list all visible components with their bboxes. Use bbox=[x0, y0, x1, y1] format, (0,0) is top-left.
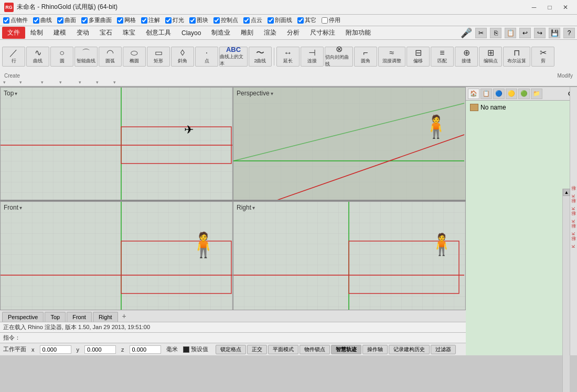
cb-controlpoints[interactable]: 控制点 bbox=[213, 16, 238, 24]
tab-perspective[interactable]: Perspective bbox=[2, 312, 44, 322]
btn-filter[interactable]: 过滤器 bbox=[431, 345, 456, 354]
menu-file[interactable]: 文件 bbox=[2, 27, 25, 39]
cb-lights[interactable]: 灯光 bbox=[165, 16, 184, 24]
cb-clipping[interactable]: 剖面线 bbox=[268, 16, 292, 24]
cb-pointcloud[interactable]: 点云 bbox=[243, 16, 262, 24]
menu-sculpt[interactable]: 雕刻 bbox=[236, 27, 259, 39]
viewport-right-label[interactable]: Right ▾ bbox=[237, 204, 255, 211]
y-coord-field[interactable] bbox=[84, 345, 116, 354]
z-coord-field[interactable] bbox=[130, 345, 161, 354]
menu-analysis[interactable]: 分析 bbox=[282, 27, 305, 39]
tab-add-button[interactable]: + bbox=[119, 310, 130, 322]
btn-closecurve[interactable]: ⊗切向封闭曲线 bbox=[325, 47, 353, 67]
tab-top[interactable]: Top bbox=[45, 312, 66, 322]
paste-icon[interactable]: 📋 bbox=[505, 28, 516, 38]
btn-circle[interactable]: ○圆 bbox=[50, 47, 73, 67]
layer-no-name[interactable]: No name bbox=[468, 103, 575, 112]
viewport-top-label[interactable]: Top ▾ bbox=[4, 90, 17, 97]
menu-build[interactable]: 建模 bbox=[48, 27, 71, 39]
viewport-top[interactable]: Top ▾ bbox=[0, 87, 233, 200]
rp-tab-blue[interactable]: 🔵 bbox=[493, 89, 505, 99]
rp-tab-layers[interactable]: 📋 bbox=[480, 89, 492, 99]
dropdown-arrow-7[interactable]: ▾ bbox=[106, 80, 123, 85]
btn-connect[interactable]: ⊣连接 bbox=[301, 47, 324, 67]
tab-right[interactable]: Right bbox=[93, 312, 118, 322]
btn-lockgrid[interactable]: 锁定格点 bbox=[216, 345, 246, 354]
menu-jewelry[interactable]: 珠宝 bbox=[117, 27, 141, 39]
viewport-perspective[interactable]: Perspective ▾ 🧍 bbox=[233, 87, 466, 200]
btn-match[interactable]: ≡匹配 bbox=[431, 47, 454, 67]
cb-points[interactable]: 点物件 bbox=[3, 16, 28, 24]
menu-manufacture[interactable]: 制造业 bbox=[206, 27, 236, 39]
cb-mesh[interactable]: 网格 bbox=[117, 16, 136, 24]
btn-osnap[interactable]: 物件锁点 bbox=[300, 345, 330, 354]
btn-2dcurve[interactable]: 〜2曲线 bbox=[249, 47, 272, 67]
dropdown-arrow-6[interactable]: ▾ bbox=[90, 80, 105, 85]
cb-polysurfaces[interactable]: 多重曲面 bbox=[81, 16, 112, 24]
right-scrollbar[interactable]: ▲ ▼ bbox=[562, 189, 570, 392]
viewport-front[interactable]: Front ▾ 🧍 bbox=[0, 201, 233, 310]
rp-tab-folder[interactable]: 📁 bbox=[531, 89, 542, 99]
copy-icon[interactable]: ⎘ bbox=[490, 28, 501, 38]
undo-icon[interactable]: ↩ bbox=[519, 28, 531, 38]
cb-blocks[interactable]: 图块 bbox=[189, 16, 208, 24]
btn-planar[interactable]: 平面模式 bbox=[268, 345, 298, 354]
menu-clayoo[interactable]: Clayoo bbox=[176, 28, 206, 38]
btn-trim[interactable]: ✂剪 bbox=[531, 47, 554, 67]
btn-offset[interactable]: ⊟偏移 bbox=[407, 47, 430, 67]
close-button[interactable]: ✕ bbox=[558, 2, 573, 13]
btn-bevel[interactable]: ◊斜角 bbox=[171, 47, 194, 67]
menu-addons[interactable]: 附加功能 bbox=[340, 27, 376, 39]
cb-surfaces[interactable]: 曲面 bbox=[57, 16, 76, 24]
btn-blend[interactable]: ≈混接调整 bbox=[378, 47, 405, 67]
menu-creative[interactable]: 创意工具 bbox=[141, 27, 176, 39]
preset-item[interactable]: 预设值 bbox=[183, 345, 208, 353]
viewport-right[interactable]: Right ▾ 🧍 bbox=[233, 201, 466, 310]
btn-ellipse[interactable]: ⬭椭圆 bbox=[123, 47, 146, 67]
viewport-perspective-label[interactable]: Perspective ▾ bbox=[237, 90, 273, 97]
btn-arc[interactable]: ◠圆弧 bbox=[99, 47, 122, 67]
btn-rect[interactable]: ▭矩形 bbox=[147, 47, 170, 67]
btn-smarttrack[interactable]: 智慧轨迹 bbox=[331, 345, 361, 354]
btn-editpts[interactable]: ⊞编辑点 bbox=[479, 47, 502, 67]
menu-draw[interactable]: 绘制 bbox=[25, 27, 48, 39]
x-coord-field[interactable] bbox=[40, 345, 71, 354]
help-icon[interactable]: ? bbox=[563, 28, 575, 38]
menu-render[interactable]: 渲染 bbox=[259, 27, 282, 39]
cb-curves[interactable]: 曲线 bbox=[33, 16, 52, 24]
btn-join[interactable]: ⊕接缝 bbox=[455, 47, 478, 67]
cut-icon[interactable]: ✂ bbox=[475, 28, 487, 38]
menu-transform[interactable]: 变动 bbox=[71, 27, 94, 39]
minimize-button[interactable]: ─ bbox=[527, 2, 541, 13]
viewport-front-dropdown[interactable]: ▾ bbox=[19, 205, 22, 211]
cb-other[interactable]: 其它 bbox=[297, 16, 316, 24]
command-input[interactable] bbox=[20, 335, 463, 341]
btn-extend[interactable]: ↔延长 bbox=[276, 47, 300, 67]
btn-line[interactable]: ／行 bbox=[2, 47, 25, 67]
btn-record[interactable]: 记录建构历史 bbox=[389, 345, 430, 354]
dropdown-arrow-4[interactable]: ▾ bbox=[51, 80, 70, 85]
rp-tab-house[interactable]: 🏠 bbox=[468, 89, 479, 99]
viewport-perspective-dropdown[interactable]: ▾ bbox=[271, 91, 273, 96]
dropdown-arrow-1[interactable]: ▾ bbox=[2, 80, 7, 85]
btn-point[interactable]: ·点 bbox=[195, 47, 218, 67]
scroll-up-arrow[interactable]: ▲ bbox=[563, 189, 570, 196]
menu-dimension[interactable]: 尺寸标注 bbox=[305, 27, 340, 39]
redo-icon[interactable]: ↪ bbox=[534, 28, 546, 38]
cb-pause[interactable]: 停用 bbox=[322, 16, 340, 24]
viewport-front-label[interactable]: Front ▾ bbox=[4, 204, 22, 211]
tab-front[interactable]: Front bbox=[67, 312, 92, 322]
btn-fillet[interactable]: ⌐圆角 bbox=[354, 47, 377, 67]
btn-curve[interactable]: ∿曲线 bbox=[26, 47, 49, 67]
btn-ortho[interactable]: 正交 bbox=[247, 345, 267, 354]
save-icon[interactable]: 💾 bbox=[549, 28, 560, 38]
dropdown-arrow-2[interactable]: ▾ bbox=[8, 80, 34, 85]
dropdown-arrow-5[interactable]: ▾ bbox=[71, 80, 89, 85]
btn-boolean[interactable]: ⊓布尔运算 bbox=[503, 47, 530, 67]
btn-gumball[interactable]: 操作轴 bbox=[362, 345, 388, 354]
cb-annotation[interactable]: 注解 bbox=[141, 16, 160, 24]
btn-textcurve[interactable]: ABC曲线上的文本 bbox=[219, 47, 248, 67]
dropdown-arrow-3[interactable]: ▾ bbox=[35, 80, 50, 85]
btn-smartcurve[interactable]: ⌒智能曲线 bbox=[74, 47, 98, 67]
menu-gems[interactable]: 宝石 bbox=[94, 27, 117, 39]
